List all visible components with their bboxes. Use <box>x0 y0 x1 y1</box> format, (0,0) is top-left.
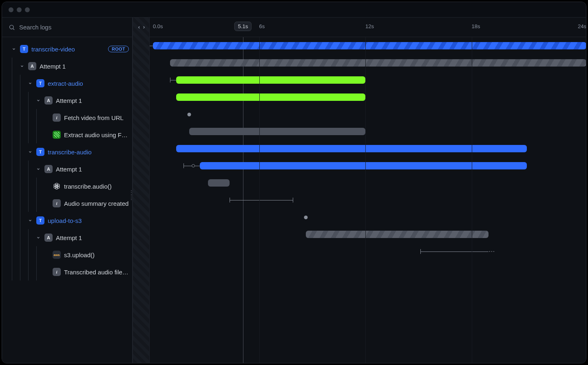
minimize-icon[interactable] <box>17 7 22 12</box>
tree-label: transcribe-video <box>31 46 105 53</box>
tree-label: upload-to-s3 <box>48 217 129 224</box>
caret-icon <box>44 252 49 258</box>
playhead-badge[interactable]: 5.1s <box>234 22 252 31</box>
span-whisker-open[interactable] <box>420 248 489 255</box>
attempt-icon: A <box>44 96 53 105</box>
tree-row[interactable]: Textract-audio <box>2 75 132 92</box>
bar-row <box>150 54 586 71</box>
timeline[interactable]: 0.0s6s12s18s24s 5.1s <box>150 18 586 363</box>
info-icon: i <box>53 114 61 122</box>
tree-label: s3.upload() <box>64 251 129 258</box>
timeline-bars <box>150 37 586 363</box>
caret-icon <box>44 200 49 206</box>
window-titlebar <box>2 2 586 18</box>
bar-row <box>150 209 586 226</box>
span-bar[interactable] <box>208 179 229 187</box>
span-bar[interactable] <box>176 76 365 84</box>
close-icon[interactable] <box>9 7 13 12</box>
event-dot[interactable] <box>304 216 308 219</box>
svg-point-0 <box>10 25 13 29</box>
tree-row[interactable]: awss3.upload() <box>2 246 132 263</box>
bar-row <box>150 140 586 157</box>
task-icon: T <box>36 79 44 87</box>
tree-label: Audio summary created <box>64 200 129 207</box>
event-dot[interactable] <box>187 113 191 116</box>
ruler-tick: 12s <box>365 23 374 29</box>
ffmpeg-icon <box>53 131 61 139</box>
caret-icon[interactable] <box>27 80 33 86</box>
span-bar[interactable] <box>176 145 527 152</box>
tree-row[interactable]: iTranscribed audio file upload <box>2 263 132 280</box>
tree-row[interactable]: Extract audio using FFmpeg <box>2 126 132 143</box>
timeline-ruler[interactable]: 0.0s6s12s18s24s <box>150 18 586 37</box>
aws-icon: aws <box>53 251 61 259</box>
caret-icon[interactable] <box>27 149 33 155</box>
search-input[interactable] <box>19 24 126 31</box>
trace-sidebar: Ttranscribe-videoROOTAAttempt 1Textract-… <box>2 18 133 363</box>
span-whisker[interactable] <box>230 196 293 204</box>
bar-row <box>150 226 586 243</box>
caret-icon[interactable] <box>35 235 41 240</box>
tree-row[interactable]: Tupload-to-s3 <box>2 212 132 229</box>
chevron-right-icon[interactable] <box>142 25 146 29</box>
task-icon: T <box>20 45 28 53</box>
tree-row[interactable]: AAttempt 1 <box>2 229 132 246</box>
tree-label: Extract audio using FFmpeg <box>64 131 129 138</box>
tree-row[interactable]: AAttempt 1 <box>2 58 132 75</box>
timeline-nav[interactable] <box>133 18 150 37</box>
search-bar[interactable] <box>2 18 132 37</box>
tree-label: transcribe.audio() <box>64 183 129 190</box>
span-bar[interactable] <box>189 128 365 135</box>
span-whisker <box>170 76 177 84</box>
caret-icon <box>44 132 49 138</box>
caret-icon <box>44 269 49 275</box>
tree-row[interactable]: AAttempt 1 <box>2 160 132 178</box>
bar-row <box>150 157 586 174</box>
gridline <box>259 37 260 363</box>
tree-row[interactable]: iFetch video from URL <box>2 109 132 126</box>
ruler-tick: 18s <box>472 23 480 29</box>
tree-row[interactable]: iAudio summary created <box>2 195 132 212</box>
bar-row <box>150 89 586 106</box>
info-icon: i <box>53 268 61 276</box>
tree-row[interactable]: transcribe.audio() <box>2 178 132 195</box>
search-icon <box>9 24 15 31</box>
trace-tree: Ttranscribe-videoROOTAAttempt 1Textract-… <box>2 37 132 284</box>
span-bar[interactable] <box>306 231 489 238</box>
tree-row[interactable]: Ttranscribe-videoROOT <box>2 40 132 58</box>
root-badge: ROOT <box>108 46 129 52</box>
info-icon: i <box>53 199 61 207</box>
span-bar[interactable] <box>153 42 586 49</box>
caret-icon[interactable] <box>11 46 17 52</box>
bar-row <box>150 106 586 123</box>
gridline <box>472 37 472 363</box>
tree-label: extract-audio <box>48 80 129 87</box>
span-bar[interactable] <box>176 93 365 101</box>
window-controls[interactable] <box>9 7 30 12</box>
ruler-tick: 24s <box>578 23 586 29</box>
ruler-tick: 0.0s <box>153 23 163 29</box>
chevron-left-icon[interactable] <box>137 25 141 29</box>
span-bar[interactable] <box>170 59 586 67</box>
tree-label: Attempt 1 <box>56 166 129 173</box>
tree-row[interactable]: Ttranscribe-audio <box>2 143 132 160</box>
zoom-icon[interactable] <box>25 7 30 12</box>
caret-icon[interactable] <box>27 218 33 223</box>
span-bar[interactable] <box>200 162 527 169</box>
attempt-icon: A <box>44 165 53 173</box>
main-content: Ttranscribe-videoROOTAAttempt 1Textract-… <box>2 18 586 363</box>
bar-row <box>150 243 586 260</box>
app-window: Ttranscribe-videoROOTAAttempt 1Textract-… <box>2 2 586 363</box>
caret-icon <box>44 183 49 189</box>
tree-row[interactable]: AAttempt 1 <box>2 92 132 109</box>
caret-icon[interactable] <box>19 63 25 69</box>
attempt-icon: A <box>44 234 53 242</box>
playhead-time: 5.1s <box>238 23 248 29</box>
ruler-tick: 6s <box>259 23 265 29</box>
span-whisker <box>183 162 200 169</box>
caret-icon[interactable] <box>35 166 41 172</box>
openai-icon <box>53 182 61 190</box>
caret-icon[interactable] <box>35 98 41 103</box>
bar-row <box>150 174 586 191</box>
sidebar-gutter <box>133 18 150 363</box>
